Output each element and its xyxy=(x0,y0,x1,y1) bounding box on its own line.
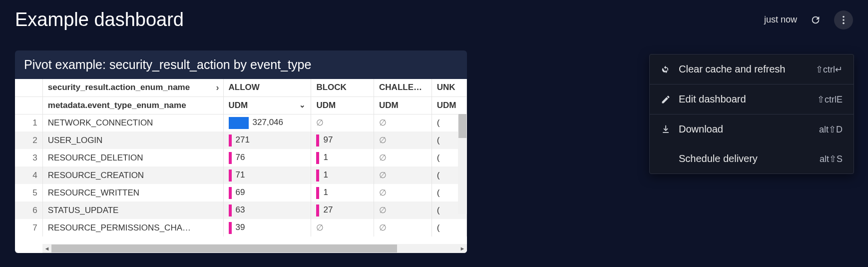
event-type-cell: RESOURCE_CREATION xyxy=(42,166,223,184)
allow-cell: 71 xyxy=(223,166,311,184)
bar-indicator xyxy=(229,134,232,146)
challenge-cell: ∅ xyxy=(374,149,432,166)
menu-shortcut: alt⇧S xyxy=(820,154,843,164)
subheader-udm-4[interactable]: UDM xyxy=(432,96,466,114)
event-type-cell: RESOURCE_WRITTEN xyxy=(42,184,223,202)
menu-shortcut: ⇧ctrl↵ xyxy=(816,64,843,75)
unknown-cell: ( xyxy=(432,219,466,236)
subheader-udm-1-label: UDM xyxy=(229,100,248,110)
block-cell: ∅ xyxy=(311,114,374,132)
download-icon xyxy=(661,124,679,134)
block-cell: ∅ xyxy=(311,219,374,236)
menu-download[interactable]: Download alt⇧D xyxy=(650,114,854,144)
challenge-cell: ∅ xyxy=(374,166,432,184)
bar-indicator xyxy=(229,170,232,182)
svg-point-1 xyxy=(843,19,845,21)
row-number: 1 xyxy=(15,114,42,132)
challenge-cell: ∅ xyxy=(374,219,432,236)
table-row[interactable]: 3RESOURCE_DELETION761∅( xyxy=(15,149,467,166)
header-unknown[interactable]: UNK xyxy=(432,79,466,96)
pivot-panel: Pivot example: security_result_action by… xyxy=(15,50,467,253)
menu-label: Schedule delivery xyxy=(679,153,820,164)
block-cell: 97 xyxy=(311,132,374,149)
block-cell: 1 xyxy=(311,184,374,202)
subheader-udm-3[interactable]: UDM xyxy=(374,96,432,114)
refresh-timestamp: just now xyxy=(764,14,797,25)
table-row[interactable]: 5RESOURCE_WRITTEN691∅( xyxy=(15,184,467,202)
page-title: Example dashboard xyxy=(15,9,184,30)
hscroll-left-arrow[interactable]: ◄ xyxy=(42,244,51,253)
table-row[interactable]: 7RESOURCE_PERMISSIONS_CHA…39∅∅( xyxy=(15,219,467,236)
challenge-cell: ∅ xyxy=(374,114,432,132)
bar-indicator xyxy=(316,204,319,216)
panel-title: Pivot example: security_result_action by… xyxy=(15,50,467,79)
svg-point-2 xyxy=(843,22,845,24)
row-number: 4 xyxy=(15,166,42,184)
row-number: 3 xyxy=(15,149,42,166)
table-row[interactable]: 6STATUS_UPDATE6327∅( xyxy=(15,202,467,219)
pencil-icon xyxy=(661,94,679,104)
row-number: 6 xyxy=(15,202,42,219)
bar-indicator xyxy=(316,134,319,146)
event-type-cell: RESOURCE_DELETION xyxy=(42,149,223,166)
menu-label: Clear cache and refresh xyxy=(679,64,816,75)
allow-cell: 63 xyxy=(223,202,311,219)
challenge-cell: ∅ xyxy=(374,132,432,149)
subheader-udm-2[interactable]: UDM xyxy=(311,96,374,114)
pivot-table: security_result.action_enum_name › ALLOW… xyxy=(15,79,467,253)
vertical-scrollbar[interactable] xyxy=(458,114,467,214)
bar-indicator xyxy=(229,222,232,234)
svg-point-0 xyxy=(843,16,845,18)
header-blank xyxy=(15,79,42,96)
hscroll-right-arrow[interactable]: ► xyxy=(458,244,467,253)
bar-indicator xyxy=(316,187,319,199)
header-allow[interactable]: ALLOW xyxy=(223,79,311,96)
row-number: 5 xyxy=(15,184,42,202)
vertical-scroll-thumb[interactable] xyxy=(458,114,466,138)
allow-cell: 271 xyxy=(223,132,311,149)
block-cell: 27 xyxy=(311,202,374,219)
event-type-cell: NETWORK_CONNECTION xyxy=(42,114,223,132)
refresh-button[interactable] xyxy=(806,10,825,30)
bar-indicator xyxy=(229,117,249,129)
table-row[interactable]: 1NETWORK_CONNECTION327,046∅∅( xyxy=(15,114,467,132)
menu-schedule-delivery[interactable]: Schedule delivery alt⇧S xyxy=(650,144,854,174)
subheader-udm-1[interactable]: UDM ⌄ xyxy=(223,96,311,114)
more-menu-button[interactable] xyxy=(834,10,853,30)
block-cell: 1 xyxy=(311,149,374,166)
horizontal-scrollbar[interactable] xyxy=(51,244,458,253)
row-number: 2 xyxy=(15,132,42,149)
allow-cell: 39 xyxy=(223,219,311,236)
event-type-cell: STATUS_UPDATE xyxy=(42,202,223,219)
menu-shortcut: ⇧ctrlE xyxy=(817,94,843,105)
event-type-cell: RESOURCE_PERMISSIONS_CHA… xyxy=(42,219,223,236)
menu-edit-dashboard[interactable]: Edit dashboard ⇧ctrlE xyxy=(650,84,854,114)
row-number: 7 xyxy=(15,219,42,236)
table-row[interactable]: 2USER_LOGIN27197∅( xyxy=(15,132,467,149)
header-action-enum-label: security_result.action_enum_name xyxy=(48,82,190,92)
allow-cell: 76 xyxy=(223,149,311,166)
chevron-right-icon: › xyxy=(216,82,219,93)
header-challenge[interactable]: CHALLE… xyxy=(374,79,432,96)
table-row[interactable]: 4RESOURCE_CREATION711∅( xyxy=(15,166,467,184)
block-cell: 1 xyxy=(311,166,374,184)
bar-indicator xyxy=(316,152,319,164)
challenge-cell: ∅ xyxy=(374,184,432,202)
menu-label: Download xyxy=(679,124,819,135)
dashboard-context-menu: Clear cache and refresh ⇧ctrl↵ Edit dash… xyxy=(649,54,854,174)
subheader-event-type[interactable]: metadata.event_type_enum_name xyxy=(42,96,223,114)
allow-cell: 327,046 xyxy=(223,114,311,132)
header-block[interactable]: BLOCK xyxy=(311,79,374,96)
bar-indicator xyxy=(229,187,232,199)
horizontal-scroll-thumb[interactable] xyxy=(51,244,397,252)
menu-label: Edit dashboard xyxy=(679,94,817,105)
menu-clear-cache-refresh[interactable]: Clear cache and refresh ⇧ctrl↵ xyxy=(650,54,854,84)
refresh-icon xyxy=(810,14,821,26)
bar-indicator xyxy=(316,170,319,182)
challenge-cell: ∅ xyxy=(374,202,432,219)
bar-indicator xyxy=(229,152,232,164)
bar-indicator xyxy=(229,204,232,216)
header-action-enum[interactable]: security_result.action_enum_name › xyxy=(42,79,223,96)
allow-cell: 69 xyxy=(223,184,311,202)
subheader-blank xyxy=(15,96,42,114)
